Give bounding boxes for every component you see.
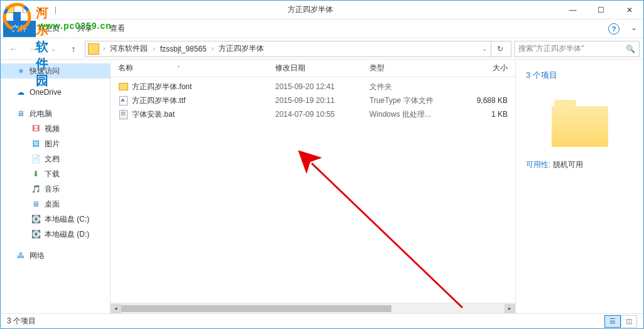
home-tab[interactable]: 主页 <box>36 19 68 38</box>
sidebar-videos[interactable]: 🎞 视频 <box>1 121 110 136</box>
availability-label: 可用性: <box>526 160 550 169</box>
file-name: 方正四岁半体.ttf <box>132 95 275 106</box>
video-icon: 🎞 <box>31 124 41 134</box>
back-button[interactable]: ← <box>4 40 22 58</box>
file-list: 名称˄ 修改日期 类型 大小 方正四岁半体.font 2015-09-20 12… <box>111 60 515 313</box>
scroll-right-button[interactable]: ▸ <box>505 304 515 313</box>
sidebar-item-label: 音乐 <box>45 184 60 195</box>
up-button[interactable]: ↑ <box>65 40 82 58</box>
chevron-right-icon[interactable]: › <box>101 45 107 52</box>
forward-button[interactable]: → <box>25 40 42 58</box>
search-placeholder: 搜索"方正四岁半体" <box>518 43 584 54</box>
window-title: 方正四岁半体 <box>62 4 559 15</box>
close-button[interactable]: ✕ <box>615 1 643 19</box>
sidebar-item-label: 本地磁盘 (C:) <box>45 214 89 225</box>
folder-preview-icon <box>552 100 608 147</box>
file-rows: 方正四岁半体.font 2015-09-20 12:41 文件夹 方正四岁半体.… <box>111 77 515 303</box>
cloud-icon: ☁ <box>16 87 26 97</box>
scroll-left-button[interactable]: ◂ <box>111 304 121 313</box>
breadcrumb-1[interactable]: 河东软件园 <box>109 43 149 54</box>
share-tab[interactable]: 共享 <box>68 19 101 38</box>
file-name: 方正四岁半体.font <box>132 82 275 92</box>
batch-file-icon <box>118 109 128 119</box>
disk-icon: 💽 <box>31 229 41 239</box>
maximize-button[interactable]: ☐ <box>587 1 615 19</box>
file-size: 1 KB <box>464 110 508 119</box>
folder-icon <box>88 43 99 55</box>
column-type[interactable]: 类型 <box>369 63 464 73</box>
ribbon-expand-icon[interactable]: ⌄ <box>631 23 637 32</box>
item-count: 3 个项目 <box>526 70 557 81</box>
column-size[interactable]: 大小 <box>464 63 508 73</box>
file-row[interactable]: 方正四岁半体.font 2015-09-20 12:41 文件夹 <box>118 80 508 94</box>
sidebar-disk-c[interactable]: 💽 本地磁盘 (C:) <box>1 212 110 227</box>
icons-view-button[interactable]: ◫ <box>621 315 637 328</box>
navigation-bar: ← → ⌄ ↑ › 河东软件园 › fzssbjt_98565 › 方正四岁半体… <box>1 38 643 60</box>
chevron-right-icon[interactable]: › <box>209 45 216 52</box>
status-text: 3 个项目 <box>7 316 36 326</box>
file-name: 字体安装.bat <box>132 109 275 120</box>
search-icon: 🔍 <box>626 45 635 53</box>
breadcrumb-3[interactable]: 方正四岁半体 <box>217 43 265 54</box>
sidebar-item-label: 本地磁盘 (D:) <box>45 229 89 240</box>
file-date: 2015-09-19 20:11 <box>275 96 369 105</box>
sidebar-this-pc[interactable]: 🖥 此电脑 <box>1 106 110 121</box>
dropdown-icon[interactable]: ▾ <box>33 3 47 17</box>
documents-icon: 📄 <box>31 154 41 164</box>
sidebar-quick-access[interactable]: ★ 快速访问 <box>1 63 110 78</box>
content-area: 名称˄ 修改日期 类型 大小 方正四岁半体.font 2015-09-20 12… <box>111 60 643 313</box>
help-button[interactable]: ? <box>608 23 619 35</box>
file-row[interactable]: 字体安装.bat 2014-07-09 10:55 Windows 批处理...… <box>118 107 508 121</box>
column-name[interactable]: 名称˄ <box>118 63 275 73</box>
navigation-pane: ★ 快速访问 ☁ OneDrive 🖥 此电脑 🎞 视频 🖼 图片 📄 文档 ⬇… <box>1 60 111 313</box>
main-area: ★ 快速访问 ☁ OneDrive 🖥 此电脑 🎞 视频 🖼 图片 📄 文档 ⬇… <box>1 60 643 313</box>
file-type: TrueType 字体文件 <box>369 95 464 106</box>
sidebar-documents[interactable]: 📄 文档 <box>1 151 110 166</box>
scroll-track[interactable] <box>121 304 505 313</box>
sidebar-pictures[interactable]: 🖼 图片 <box>1 136 110 151</box>
title-bar: ▢ ▾ ｜ 方正四岁半体 — ☐ ✕ <box>1 1 643 19</box>
details-view-button[interactable]: ☰ <box>604 315 621 328</box>
folder-icon <box>3 3 17 17</box>
sidebar-downloads[interactable]: ⬇ 下载 <box>1 166 110 181</box>
chevron-right-icon[interactable]: › <box>150 45 157 52</box>
desktop-icon: 🖥 <box>31 199 41 209</box>
pc-icon: 🖥 <box>16 109 26 119</box>
network-icon: 🖧 <box>16 251 26 261</box>
sidebar-onedrive[interactable]: ☁ OneDrive <box>1 85 110 100</box>
download-icon: ⬇ <box>31 169 41 179</box>
sidebar-item-label: 网络 <box>30 251 45 261</box>
window-controls: — ☐ ✕ <box>559 1 643 19</box>
view-toggle: ☰ ◫ <box>604 315 637 328</box>
search-input[interactable]: 搜索"方正四岁半体" 🔍 <box>514 41 640 57</box>
address-bar[interactable]: › 河东软件园 › fzssbjt_98565 › 方正四岁半体 ⌄ ↻ <box>85 41 511 57</box>
sidebar-desktop[interactable]: 🖥 桌面 <box>1 197 110 212</box>
column-date[interactable]: 修改日期 <box>275 63 369 73</box>
breadcrumb-2[interactable]: fzssbjt_98565 <box>159 45 208 53</box>
sidebar-disk-d[interactable]: 💽 本地磁盘 (D:) <box>1 227 110 242</box>
refresh-button[interactable]: ↻ <box>491 41 508 57</box>
view-tab[interactable]: 查看 <box>101 19 134 38</box>
horizontal-scrollbar[interactable]: ◂ ▸ <box>111 303 515 313</box>
sidebar-item-label: 下载 <box>45 169 60 180</box>
scroll-thumb[interactable] <box>121 305 391 312</box>
sidebar-network[interactable]: 🖧 网络 <box>1 248 110 263</box>
properties-icon[interactable]: ▢ <box>18 3 32 17</box>
details-pane: 3 个项目 可用性: 脱机可用 <box>515 60 643 313</box>
sidebar-item-label: OneDrive <box>30 88 62 97</box>
pictures-icon: 🖼 <box>31 139 41 149</box>
history-dropdown-icon[interactable]: ⌄ <box>479 45 489 52</box>
sidebar-music[interactable]: 🎵 音乐 <box>1 181 110 197</box>
file-type: 文件夹 <box>369 82 464 92</box>
font-file-icon <box>118 95 128 105</box>
star-icon: ★ <box>16 66 26 76</box>
sidebar-item-label: 文档 <box>45 154 60 164</box>
minimize-button[interactable]: — <box>559 1 587 19</box>
recent-dropdown-icon[interactable]: ⌄ <box>45 40 62 58</box>
file-tab[interactable]: 文件 <box>3 21 36 37</box>
file-size: 9,688 KB <box>464 96 508 105</box>
disk-icon: 💽 <box>31 214 41 224</box>
file-row[interactable]: 方正四岁半体.ttf 2015-09-19 20:11 TrueType 字体文… <box>118 94 508 107</box>
separator: ｜ <box>48 3 62 17</box>
sidebar-item-label: 桌面 <box>45 199 60 210</box>
